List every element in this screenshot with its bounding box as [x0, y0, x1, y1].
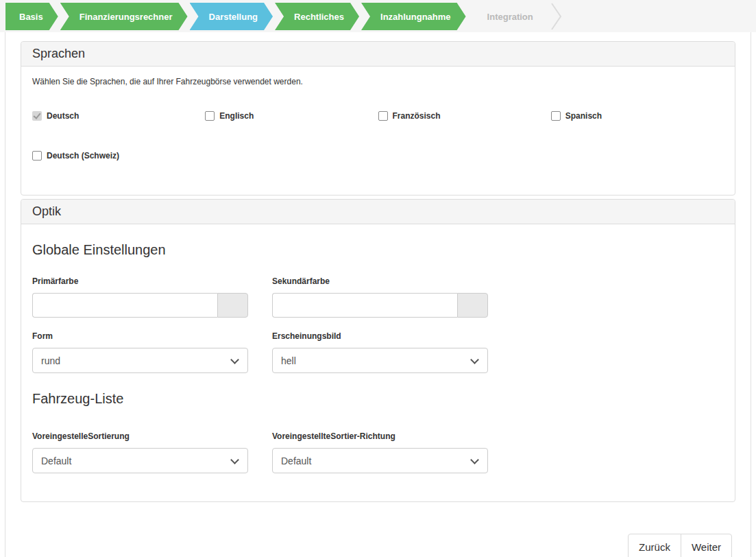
englisch-checkbox-label: Englisch — [219, 111, 254, 121]
form-select-wrap: rund — [32, 348, 248, 373]
erscheinungsbild-field: Erscheinungsbild hell — [272, 331, 488, 373]
erscheinungsbild-select[interactable]: hell — [272, 348, 488, 373]
language-checkbox-grid: Deutsch Englisch Französisch Spanisch De… — [32, 111, 724, 161]
franzoesisch-checkbox-input[interactable] — [378, 111, 388, 121]
sortierung-select[interactable]: Default — [32, 448, 248, 473]
checkbox-englisch[interactable]: Englisch — [205, 111, 378, 121]
form-field: Form rund — [32, 331, 248, 373]
sekundaerfarbe-field: Sekundärfarbe — [272, 276, 488, 318]
sortier-richtung-label: VoreingestellteSortier-Richtung — [272, 431, 488, 441]
wizard-footer: Zurück Weiter — [21, 534, 735, 557]
spanisch-checkbox-input[interactable] — [551, 111, 561, 121]
deutsch-schweiz-checkbox-label: Deutsch (Schweiz) — [47, 151, 119, 161]
checkbox-deutsch: Deutsch — [32, 111, 205, 121]
step-inzahlungnahme[interactable]: Inzahlungnahme — [361, 3, 466, 30]
sekundaerfarbe-color-swatch-button[interactable] — [457, 293, 488, 318]
form-label: Form — [32, 331, 248, 341]
step-basis[interactable]: Basis — [5, 3, 58, 30]
wizard-content-panel: Sprachen Wählen Sie die Sprachen, die au… — [5, 32, 751, 557]
optik-card-title: Optik — [21, 200, 735, 224]
globale-einstellungen-title: Globale Einstellungen — [32, 242, 724, 258]
primaerfarbe-input[interactable] — [32, 293, 217, 318]
primaerfarbe-field: Primärfarbe — [32, 276, 248, 318]
deutsch-checkbox-input — [32, 111, 42, 121]
fahrzeug-liste-title: Fahrzeug-Liste — [32, 391, 724, 407]
checkbox-spanisch[interactable]: Spanisch — [551, 111, 724, 121]
sprachen-description: Wählen Sie die Sprachen, die auf Ihrer F… — [32, 77, 724, 86]
checkbox-deutsch-schweiz[interactable]: Deutsch (Schweiz) — [32, 151, 205, 161]
sprachen-card: Sprachen Wählen Sie die Sprachen, die au… — [21, 41, 735, 195]
sekundaerfarbe-input[interactable] — [272, 293, 457, 318]
back-button[interactable]: Zurück — [628, 534, 681, 557]
checkbox-franzoesisch[interactable]: Französisch — [378, 111, 551, 121]
sortierung-field: VoreingestelleSortierung Default — [32, 431, 248, 473]
wizard-breadcrumb: Basis Finanzierungsrechner Darstellung R… — [0, 0, 756, 32]
sortier-richtung-field: VoreingestellteSortier-Richtung Default — [272, 431, 488, 473]
step-integration-label: Integration — [487, 12, 533, 22]
color-fields-row: Primärfarbe Sekundärfarbe — [32, 276, 724, 318]
spanisch-checkbox-label: Spanisch — [565, 111, 602, 121]
deutsch-checkbox-label: Deutsch — [47, 111, 79, 121]
sekundaerfarbe-label: Sekundärfarbe — [272, 276, 488, 286]
next-button[interactable]: Weiter — [681, 534, 732, 557]
step-darstellung[interactable]: Darstellung — [190, 3, 273, 30]
step-rechtliches[interactable]: Rechtliches — [275, 3, 359, 30]
chevron-right-icon — [551, 3, 562, 30]
sortier-richtung-select[interactable]: Default — [272, 448, 488, 473]
sprachen-card-title: Sprachen — [21, 42, 735, 67]
sortierung-select-wrap: Default — [32, 448, 248, 473]
sort-fields-row: VoreingestelleSortierung Default Voreing… — [32, 431, 724, 473]
primaerfarbe-color-swatch-button[interactable] — [217, 293, 248, 318]
franzoesisch-checkbox-label: Französisch — [393, 111, 441, 121]
primaerfarbe-label: Primärfarbe — [32, 276, 248, 286]
step-finanzierungsrechner[interactable]: Finanzierungsrechner — [60, 3, 188, 30]
style-fields-row: Form rund Erscheinungsbild hell — [32, 331, 724, 373]
sprachen-card-body: Wählen Sie die Sprachen, die auf Ihrer F… — [21, 67, 735, 195]
erscheinungsbild-label: Erscheinungsbild — [272, 331, 488, 341]
step-integration: Integration — [468, 3, 562, 30]
optik-card: Optik Globale Einstellungen Primärfarbe … — [21, 199, 735, 502]
optik-card-body: Globale Einstellungen Primärfarbe Sekund… — [21, 242, 735, 501]
sortierung-label: VoreingestelleSortierung — [32, 431, 248, 441]
sortier-richtung-select-wrap: Default — [272, 448, 488, 473]
englisch-checkbox-input[interactable] — [205, 111, 215, 121]
deutsch-schweiz-checkbox-input[interactable] — [32, 151, 42, 161]
form-select[interactable]: rund — [32, 348, 248, 373]
erscheinungsbild-select-wrap: hell — [272, 348, 488, 373]
